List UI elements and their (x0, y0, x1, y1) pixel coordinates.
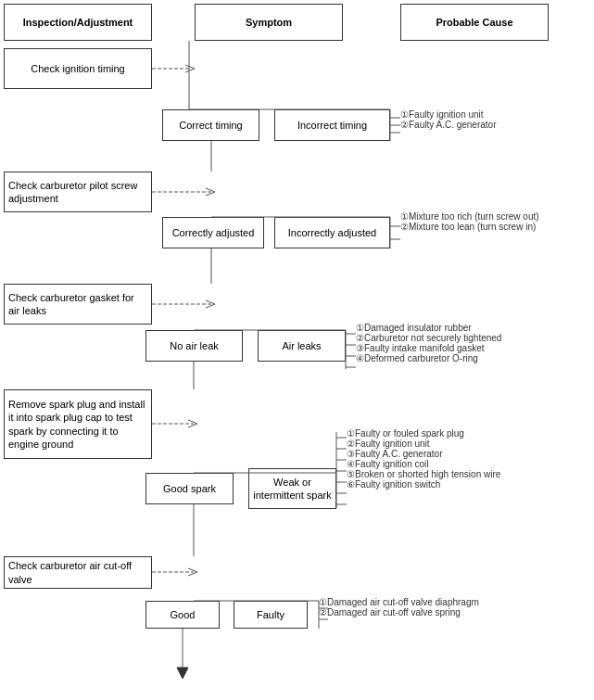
svg-marker-42 (177, 668, 188, 679)
good-5: Good (145, 601, 220, 629)
cause-4: ①Faulty or fouled spark plug ②Faulty ign… (347, 428, 589, 490)
header-symptom: Symptom (195, 4, 343, 41)
inspection-2: Check carburetor pilot screw adjustment (4, 172, 152, 212)
bad-5: Faulty (234, 601, 308, 629)
good-3: No air leak (145, 330, 243, 362)
header-inspection: Inspection/Adjustment (4, 4, 152, 41)
bad-3: Air leaks (258, 330, 346, 362)
inspection-4: Remove spark plug and install it into sp… (4, 389, 152, 459)
cause-3: ①Damaged insulator rubber ②Carburetor no… (356, 323, 588, 363)
svg-line-2 (185, 65, 195, 69)
bad-2: Incorrectly adjusted (274, 217, 390, 248)
good-2: Correctly adjusted (162, 217, 264, 248)
cause-2: ①Mixture too rich (turn screw out) ②Mixt… (400, 211, 586, 232)
inspection-5: Check carburetor air cut-off valve (4, 556, 152, 589)
cause-5: ①Damaged air cut-off valve diaphragm ②Da… (319, 597, 588, 617)
good-4: Good spark (145, 473, 234, 504)
good-1: Correct timing (162, 109, 259, 141)
svg-line-3 (185, 69, 195, 72)
diagram: Inspection/Adjustment Symptom Probable C… (0, 0, 594, 700)
bad-4: Weak or intermittent spark (248, 468, 336, 509)
cause-1: ①Faulty ignition unit ②Faulty A.C. gener… (400, 109, 586, 130)
header-cause: Probable Cause (400, 4, 549, 41)
inspection-3: Check carburetor gasket for air leaks (4, 284, 152, 325)
inspection-1: Check ignition timing (4, 48, 152, 89)
bad-1: Incorrect timing (274, 109, 390, 141)
